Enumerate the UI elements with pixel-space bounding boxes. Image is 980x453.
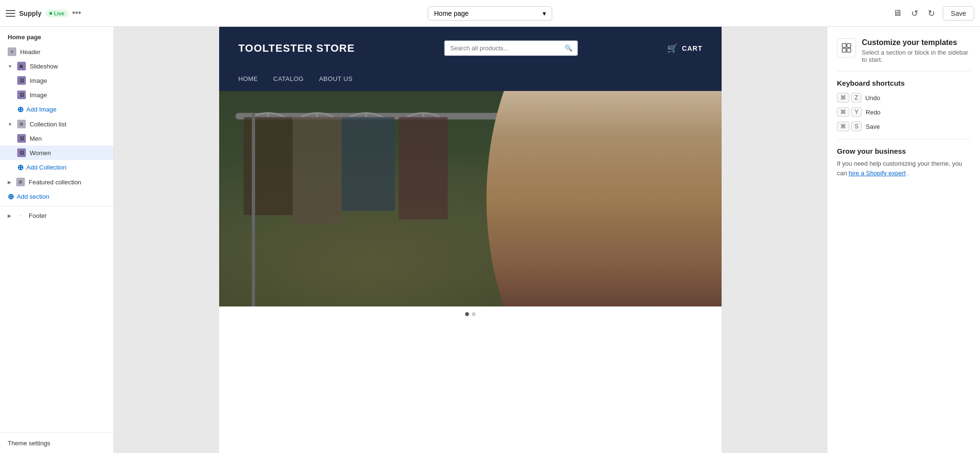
footer-icon: ··· [16,211,25,220]
shortcut-undo: ⌘ Z Undo [837,93,970,102]
carousel-dots [219,306,722,322]
key-cmd-redo: ⌘ [837,107,849,117]
sidebar-item-image1[interactable]: 🖼 Image [0,73,113,88]
undo-button[interactable]: ↺ [909,6,920,21]
women-icon: 🖼 [17,148,26,157]
sidebar-section-title: Home page [0,27,113,45]
svg-rect-16 [847,48,851,52]
panel-divider-1 [837,71,970,71]
panel-subtitle: Select a section or block in the sidebar… [862,49,970,63]
store-search[interactable]: 🔍 [444,40,578,56]
shortcut-save-label: Save [866,123,880,130]
grow-text-suffix: . [907,170,909,177]
template-icon [841,43,852,53]
sidebar-label-collection-list: Collection list [30,121,67,128]
save-button[interactable]: Save [943,6,974,21]
add-collection-button[interactable]: ⊕ Add Collection [0,160,113,175]
preview-wrapper: TOOLTESTER STORE 🔍 🛒 CART HOME CATALOG A… [219,27,722,453]
nav-home[interactable]: HOME [238,75,258,82]
more-options-icon[interactable]: ••• [72,8,81,18]
men-icon: 🖼 [17,134,26,143]
nav-catalog[interactable]: CATALOG [273,75,304,82]
page-select-dropdown[interactable]: Home page ▾ [428,6,552,21]
grow-link[interactable]: hire a Shopify expert [849,170,906,177]
panel-divider-2 [837,139,970,139]
plus-icon: ⊕ [17,105,23,114]
right-panel: Customize your templates Select a sectio… [827,27,980,453]
topbar-left: Supply Live ••• [6,8,111,18]
plus-collection-icon: ⊕ [17,163,23,172]
sidebar-item-slideshow[interactable]: ▼ ▣ Slideshow [0,59,113,73]
topbar: Supply Live ••• Home page ▾ 🖥 ↺ ↻ Save [0,0,980,27]
sidebar-label-footer: Footer [29,212,47,219]
chevron-down-icon: ▾ [543,10,546,17]
store-logo: TOOLTESTER STORE [238,42,355,55]
topbar-right: 🖥 ↺ ↻ Save [869,6,974,21]
nav-about[interactable]: ABOUT US [319,75,353,82]
sidebar-item-men[interactable]: 🖼 Men [0,131,113,146]
header-icon: ≡ [8,47,16,56]
sidebar-label-women: Women [30,149,51,157]
carousel-dot-1[interactable] [465,312,469,316]
image2-icon: 🖼 [17,91,26,99]
caret-slideshow: ▼ [8,64,12,69]
redo-button[interactable]: ↻ [926,6,937,21]
sidebar-divider [0,206,113,206]
store-header-top: TOOLTESTER STORE 🔍 🛒 CART [238,27,702,68]
carousel-dot-2[interactable] [472,312,476,316]
menu-icon[interactable] [6,9,15,18]
shortcut-redo: ⌘ Y Redo [837,107,970,117]
caret-collection: ▼ [8,122,12,127]
cart-icon: 🛒 [667,43,678,54]
search-button[interactable]: 🔍 [560,41,578,56]
sidebar-item-image2[interactable]: 🖼 Image [0,88,113,102]
theme-settings-link[interactable]: Theme settings [8,440,50,447]
collection-list-icon: ⊞ [17,120,26,128]
sidebar-label-image2: Image [30,91,47,99]
store-cart[interactable]: 🛒 CART [667,43,702,54]
search-input[interactable] [445,41,560,56]
key-y: Y [851,107,862,117]
key-z: Z [851,93,861,102]
sidebar-item-collection-list[interactable]: ▼ ⊞ Collection list [0,117,113,131]
preview-area: TOOLTESTER STORE 🔍 🛒 CART HOME CATALOG A… [114,27,827,453]
shortcut-save-keys: ⌘ S [837,122,862,131]
key-cmd-undo: ⌘ [837,93,849,102]
sidebar-footer: Theme settings [0,432,113,453]
grow-title: Grow your business [837,147,970,155]
page-select-label: Home page [434,10,468,17]
shortcut-redo-label: Redo [866,109,880,116]
hero-image [219,91,722,306]
sidebar-label-slideshow: Slideshow [30,63,58,70]
sidebar-label-featured-collection: Featured collection [29,179,81,186]
grow-text: If you need help customizing your theme,… [837,159,970,178]
live-label: Live [54,11,65,16]
shortcut-save: ⌘ S Save [837,122,970,131]
featured-collection-icon: ⊞ [16,178,25,186]
shortcut-redo-keys: ⌘ Y [837,107,862,117]
topbar-center: Home page ▾ [115,6,865,21]
svg-rect-13 [842,44,846,47]
plus-section-icon: ⊕ [8,192,14,201]
main-layout: Home page ≡ Header ▼ ▣ Slideshow 🖼 Image… [0,27,980,453]
sidebar-item-header[interactable]: ≡ Header [0,45,113,59]
add-image-button[interactable]: ⊕ Add Image [0,102,113,117]
desktop-view-button[interactable]: 🖥 [891,6,903,20]
slideshow-icon: ▣ [17,62,26,70]
panel-header: Customize your templates Select a sectio… [837,38,970,63]
sidebar-label-men: Men [30,135,42,142]
sidebar-label-header: Header [20,48,41,56]
add-section-button[interactable]: ⊕ Add section [0,189,113,204]
svg-rect-15 [842,48,846,52]
panel-text: Customize your templates Select a sectio… [862,38,970,63]
store-name: Supply [19,10,42,17]
left-sidebar: Home page ≡ Header ▼ ▣ Slideshow 🖼 Image… [0,27,114,453]
sidebar-item-featured-collection[interactable]: ▶ ⊞ Featured collection [0,175,113,189]
shortcut-undo-label: Undo [865,94,880,102]
dark-overlay [219,91,722,306]
sidebar-item-women[interactable]: 🖼 Women [0,146,113,160]
sidebar-item-footer[interactable]: ▶ ··· Footer [0,208,113,223]
key-s: S [851,122,862,131]
add-image-label: Add Image [26,106,56,113]
live-dot [49,12,52,15]
